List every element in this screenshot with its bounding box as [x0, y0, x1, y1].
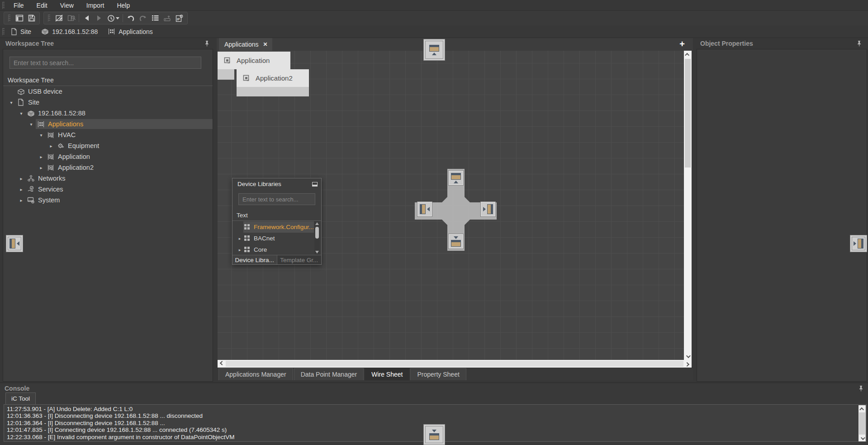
save-button[interactable] — [25, 13, 38, 24]
tree-item-equipment[interactable]: ▸Equipment — [3, 140, 213, 151]
scroll-right-button[interactable] — [684, 360, 692, 367]
menu-edit[interactable]: Edit — [30, 0, 54, 11]
dock-edge-left-button[interactable] — [6, 235, 23, 252]
dock-edge-bottom-button[interactable] — [423, 424, 445, 445]
expander-icon[interactable]: ▸ — [37, 154, 46, 159]
dock-edge-right-button[interactable] — [850, 235, 867, 252]
tab-property-sheet[interactable]: Property Sheet — [410, 368, 466, 380]
expander-icon[interactable]: ▸ — [236, 236, 243, 241]
dock-guide-bottom-button[interactable] — [448, 234, 464, 249]
console-tab-ic-tool[interactable]: iC Tool — [5, 392, 36, 404]
breadcrumb-item-192-168-1-52-88[interactable]: 192.168.1.52:88 — [41, 28, 98, 35]
dock-guide-left-button[interactable] — [417, 201, 432, 217]
pin-icon[interactable] — [857, 40, 862, 47]
scroll-up-button[interactable] — [684, 51, 692, 58]
tab-applications-manager[interactable]: Applications Manager — [218, 368, 293, 380]
tree-item-system[interactable]: ▸System — [3, 195, 213, 206]
dock-guide-top-button[interactable] — [448, 170, 464, 186]
block-application[interactable]: Application — [218, 52, 290, 69]
menu-file[interactable]: File — [7, 0, 30, 11]
ip-settings-button[interactable]: IP — [173, 13, 185, 24]
pin-icon[interactable] — [859, 385, 863, 392]
scroll-down-button[interactable] — [684, 353, 692, 360]
toolbar-grip[interactable] — [2, 2, 5, 9]
tree-item-networks[interactable]: ▸Networks — [3, 173, 213, 184]
tree-item-site[interactable]: ▾Site — [3, 97, 213, 108]
toolbar-grip[interactable] — [8, 14, 10, 22]
wire-sheet-edit-button[interactable] — [53, 13, 65, 24]
tab-close-icon[interactable]: ✕ — [263, 41, 268, 48]
library-item-body[interactable]: Framework.Configur... — [243, 221, 314, 233]
tree-item-body[interactable]: System — [26, 195, 213, 205]
list-view-button[interactable] — [149, 13, 161, 24]
tree-item-body[interactable]: HVAC — [46, 130, 213, 140]
nav-back-button[interactable] — [81, 13, 93, 24]
device-upload-button[interactable] — [161, 13, 173, 24]
panel-layout-button[interactable] — [13, 13, 25, 24]
expander-icon[interactable]: ▸ — [17, 187, 26, 192]
expander-icon[interactable]: ▾ — [27, 122, 36, 127]
tree-item-applications[interactable]: ▾Applications — [3, 119, 213, 129]
tab-device-libra[interactable]: Device Libra... — [232, 255, 277, 264]
history-button[interactable] — [105, 13, 121, 24]
expander-icon[interactable]: ▸ — [17, 198, 26, 203]
breadcrumb-grip[interactable] — [2, 28, 5, 35]
tree-item-services[interactable]: ▸Services — [3, 184, 213, 195]
dock-edge-top-button[interactable] — [423, 39, 445, 61]
tree-item-body[interactable]: Equipment — [56, 141, 213, 151]
breadcrumb-item-site[interactable]: Site — [11, 28, 31, 35]
library-item-core[interactable]: ▸Core — [232, 244, 314, 255]
dock-guide-right-button[interactable] — [480, 201, 496, 217]
device-libraries-scrollbar[interactable] — [314, 221, 320, 254]
scrollbar-thumb[interactable] — [685, 59, 691, 167]
expander-icon[interactable]: ▸ — [37, 165, 46, 170]
device-search-button[interactable] — [65, 13, 77, 24]
library-item-body[interactable]: Core — [243, 244, 314, 255]
device-libraries-titlebar[interactable]: Device Libraries — [232, 178, 321, 190]
expander-icon[interactable]: ▾ — [7, 100, 16, 105]
tab-wire-sheet[interactable]: Wire Sheet — [365, 368, 409, 380]
tree-item-body[interactable]: Networks — [26, 173, 213, 183]
scrollbar-thumb[interactable] — [226, 361, 683, 367]
library-item-framework-configur[interactable]: Framework.Configur... — [232, 221, 314, 233]
tree-item-hvac[interactable]: ▾HVAC — [3, 129, 213, 140]
pin-icon[interactable] — [204, 40, 209, 47]
menu-import[interactable]: Import — [80, 0, 111, 11]
device-libraries-search-input[interactable] — [238, 193, 315, 205]
scroll-left-button[interactable] — [218, 360, 225, 367]
redo-button[interactable] — [137, 13, 149, 24]
tree-item-body[interactable]: Applications — [36, 119, 213, 129]
library-item-bacnet[interactable]: ▸BACnet — [232, 233, 314, 244]
tree-item-body[interactable]: 192.168.1.52:88 — [26, 108, 213, 118]
tree-item-192-168-1-52-88[interactable]: ▾192.168.1.52:88 — [3, 108, 213, 119]
workspace-search-input[interactable] — [9, 57, 201, 69]
tree-item-body[interactable]: Application — [46, 152, 213, 162]
tab-template-gr[interactable]: Template Gr... — [277, 255, 322, 264]
menu-view[interactable]: View — [54, 0, 80, 11]
canvas-horizontal-scrollbar[interactable] — [218, 360, 692, 368]
expander-icon[interactable]: ▾ — [17, 111, 26, 116]
tab-data-point-manager[interactable]: Data Point Manager — [294, 368, 364, 380]
device-libraries-panel[interactable]: Device Libraries Text Framework.Configur… — [232, 178, 322, 265]
add-tab-button[interactable]: + — [679, 39, 685, 48]
tree-item-usb-device[interactable]: USB device — [3, 86, 213, 97]
minimize-icon[interactable] — [312, 182, 318, 187]
tree-item-application[interactable]: ▸Application — [3, 151, 213, 162]
block-application2-footer[interactable] — [237, 87, 309, 96]
console-scrollbar[interactable] — [859, 405, 866, 442]
menu-help[interactable]: Help — [110, 0, 136, 11]
library-item-body[interactable]: BACnet — [243, 233, 314, 244]
undo-button[interactable] — [124, 13, 137, 24]
block-application-footer[interactable] — [218, 69, 234, 80]
canvas-vertical-scrollbar[interactable] — [684, 51, 692, 360]
tree-item-body[interactable]: Application2 — [46, 163, 213, 172]
scroll-down-button[interactable] — [859, 435, 866, 442]
tree-item-body[interactable]: Services — [26, 184, 213, 194]
expander-icon[interactable]: ▸ — [236, 248, 243, 252]
tree-item-application2[interactable]: ▸Application2 — [3, 162, 213, 173]
scroll-up-button[interactable] — [315, 222, 319, 225]
breadcrumb-item-applications[interactable]: Applications — [108, 28, 153, 35]
scroll-up-button[interactable] — [859, 405, 866, 412]
scroll-down-button[interactable] — [315, 251, 319, 254]
block-application2[interactable]: Application2 — [237, 69, 309, 87]
